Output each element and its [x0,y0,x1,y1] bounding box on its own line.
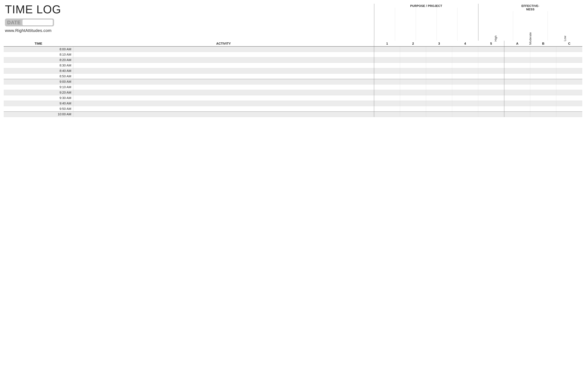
purpose-cell[interactable] [374,68,400,74]
effectiveness-cell[interactable] [504,90,530,95]
activity-cell[interactable] [73,74,374,79]
activity-cell[interactable] [73,52,374,57]
purpose-cell[interactable] [400,52,426,57]
purpose-cell[interactable] [478,79,504,84]
purpose-cell[interactable] [452,52,478,57]
effectiveness-cell[interactable] [556,57,582,63]
purpose-cell[interactable] [478,63,504,68]
purpose-cell[interactable] [452,63,478,68]
effectiveness-cell[interactable] [530,101,556,106]
purpose-cell[interactable] [374,57,400,63]
purpose-cell[interactable] [426,95,452,101]
purpose-cell[interactable] [400,101,426,106]
purpose-cell[interactable] [452,84,478,90]
purpose-cell[interactable] [400,46,426,52]
effectiveness-cell[interactable] [504,57,530,63]
purpose-cell[interactable] [374,112,400,117]
purpose-cell[interactable] [426,90,452,95]
purpose-cell[interactable] [426,101,452,106]
effectiveness-cell[interactable] [530,84,556,90]
effectiveness-cell[interactable] [530,112,556,117]
purpose-cell[interactable] [452,57,478,63]
purpose-cell[interactable] [374,74,400,79]
purpose-cell[interactable] [478,95,504,101]
purpose-cell[interactable] [374,90,400,95]
effectiveness-cell[interactable] [504,68,530,74]
purpose-cell[interactable] [400,90,426,95]
activity-cell[interactable] [73,112,374,117]
purpose-cell[interactable] [374,95,400,101]
effectiveness-cell[interactable] [556,74,582,79]
purpose-cell[interactable] [478,46,504,52]
purpose-cell[interactable] [400,84,426,90]
purpose-cell[interactable] [452,101,478,106]
effectiveness-cell[interactable] [530,57,556,63]
purpose-cell[interactable] [400,74,426,79]
purpose-cell[interactable] [400,112,426,117]
purpose-cell[interactable] [374,84,400,90]
purpose-cell[interactable] [426,68,452,74]
purpose-cell[interactable] [478,90,504,95]
purpose-cell[interactable] [374,52,400,57]
purpose-cell[interactable] [478,106,504,112]
effectiveness-cell[interactable] [504,46,530,52]
purpose-cell[interactable] [452,106,478,112]
purpose-cell[interactable] [478,84,504,90]
purpose-cell[interactable] [478,52,504,57]
effectiveness-cell[interactable] [530,95,556,101]
effectiveness-cell[interactable] [556,46,582,52]
effectiveness-cell[interactable] [530,63,556,68]
purpose-cell[interactable] [426,106,452,112]
effectiveness-cell[interactable] [530,79,556,84]
date-input[interactable] [22,19,53,26]
activity-cell[interactable] [73,46,374,52]
purpose-cell[interactable] [400,68,426,74]
activity-cell[interactable] [73,101,374,106]
purpose-cell[interactable] [452,90,478,95]
purpose-cell[interactable] [452,112,478,117]
effectiveness-cell[interactable] [504,95,530,101]
effectiveness-cell[interactable] [530,74,556,79]
purpose-cell[interactable] [374,79,400,84]
purpose-cell[interactable] [426,84,452,90]
effectiveness-cell[interactable] [556,84,582,90]
purpose-cell[interactable] [400,63,426,68]
purpose-cell[interactable] [478,74,504,79]
effectiveness-cell[interactable] [504,74,530,79]
effectiveness-cell[interactable] [556,52,582,57]
purpose-cell[interactable] [478,101,504,106]
effectiveness-cell[interactable] [530,68,556,74]
purpose-cell[interactable] [400,95,426,101]
purpose-cell[interactable] [478,68,504,74]
effectiveness-cell[interactable] [556,106,582,112]
purpose-cell[interactable] [374,46,400,52]
purpose-cell[interactable] [400,57,426,63]
purpose-cell[interactable] [452,74,478,79]
purpose-cell[interactable] [426,112,452,117]
effectiveness-cell[interactable] [556,63,582,68]
purpose-cell[interactable] [478,112,504,117]
purpose-cell[interactable] [426,79,452,84]
activity-cell[interactable] [73,95,374,101]
activity-cell[interactable] [73,63,374,68]
effectiveness-cell[interactable] [504,101,530,106]
purpose-cell[interactable] [426,63,452,68]
effectiveness-cell[interactable] [556,95,582,101]
activity-cell[interactable] [73,90,374,95]
purpose-cell[interactable] [452,46,478,52]
effectiveness-cell[interactable] [530,106,556,112]
effectiveness-cell[interactable] [530,46,556,52]
purpose-cell[interactable] [426,46,452,52]
effectiveness-cell[interactable] [556,79,582,84]
purpose-cell[interactable] [426,52,452,57]
activity-cell[interactable] [73,68,374,74]
effectiveness-cell[interactable] [530,52,556,57]
purpose-cell[interactable] [400,79,426,84]
purpose-cell[interactable] [452,68,478,74]
purpose-cell[interactable] [374,101,400,106]
activity-cell[interactable] [73,106,374,112]
purpose-cell[interactable] [452,95,478,101]
activity-cell[interactable] [73,57,374,63]
effectiveness-cell[interactable] [504,84,530,90]
effectiveness-cell[interactable] [556,68,582,74]
